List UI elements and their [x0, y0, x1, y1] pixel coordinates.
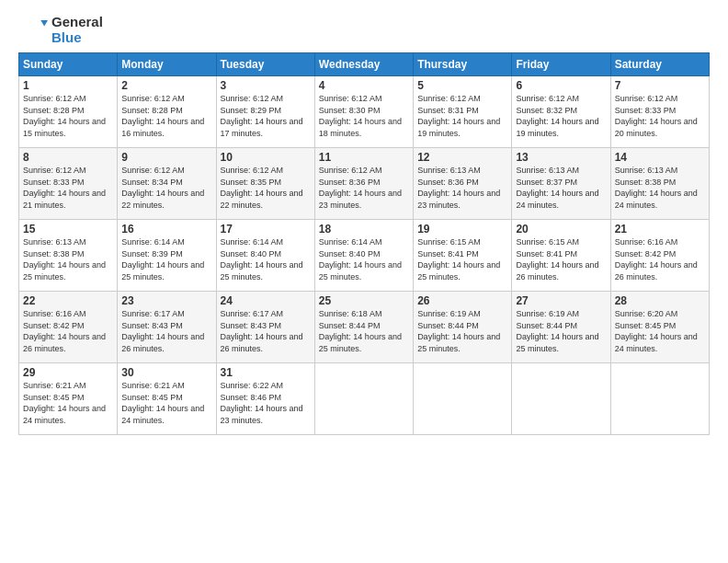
day-number: 7	[615, 79, 705, 92]
day-info: Sunrise: 6:12 AMSunset: 8:30 PMDaylight:…	[319, 93, 409, 139]
header: General Blue	[18, 15, 710, 45]
logo-svg	[18, 16, 48, 45]
day-number: 8	[23, 151, 113, 164]
day-number: 15	[23, 223, 113, 236]
day-info: Sunrise: 6:12 AMSunset: 8:33 PMDaylight:…	[23, 165, 113, 211]
day-info: Sunrise: 6:19 AMSunset: 8:44 PMDaylight:…	[516, 308, 606, 354]
calendar-cell: 7 Sunrise: 6:12 AMSunset: 8:33 PMDayligh…	[610, 76, 709, 148]
calendar-cell: 5 Sunrise: 6:12 AMSunset: 8:31 PMDayligh…	[414, 76, 512, 148]
day-number: 19	[417, 223, 507, 236]
day-number: 23	[121, 294, 211, 307]
calendar-header-tuesday: Tuesday	[216, 53, 314, 76]
day-info: Sunrise: 6:12 AMSunset: 8:31 PMDaylight:…	[417, 93, 507, 139]
day-info: Sunrise: 6:19 AMSunset: 8:44 PMDaylight:…	[417, 308, 507, 354]
calendar-cell: 28 Sunrise: 6:20 AMSunset: 8:45 PMDaylig…	[610, 292, 709, 363]
day-info: Sunrise: 6:12 AMSunset: 8:35 PMDaylight:…	[221, 165, 311, 211]
day-info: Sunrise: 6:12 AMSunset: 8:28 PMDaylight:…	[23, 93, 113, 139]
day-number: 31	[221, 366, 311, 379]
day-number: 14	[615, 151, 705, 164]
calendar-cell: 18 Sunrise: 6:14 AMSunset: 8:40 PMDaylig…	[314, 220, 413, 292]
calendar-cell: 23 Sunrise: 6:17 AMSunset: 8:43 PMDaylig…	[118, 292, 216, 363]
logo-text: General Blue	[51, 15, 103, 45]
day-number: 18	[319, 223, 409, 236]
day-number: 16	[121, 223, 211, 236]
calendar-header-wednesday: Wednesday	[314, 53, 413, 76]
day-number: 2	[121, 79, 211, 92]
calendar-cell: 20 Sunrise: 6:15 AMSunset: 8:41 PMDaylig…	[512, 220, 610, 292]
calendar-header-thursday: Thursday	[414, 53, 512, 76]
day-info: Sunrise: 6:15 AMSunset: 8:41 PMDaylight:…	[516, 236, 606, 282]
day-info: Sunrise: 6:14 AMSunset: 8:40 PMDaylight:…	[221, 236, 311, 282]
calendar-header-sunday: Sunday	[19, 53, 118, 76]
day-info: Sunrise: 6:12 AMSunset: 8:34 PMDaylight:…	[121, 165, 211, 211]
day-number: 21	[615, 223, 705, 236]
calendar-cell: 29 Sunrise: 6:21 AMSunset: 8:45 PMDaylig…	[19, 363, 118, 435]
calendar-cell: 19 Sunrise: 6:15 AMSunset: 8:41 PMDaylig…	[414, 220, 512, 292]
day-info: Sunrise: 6:14 AMSunset: 8:40 PMDaylight:…	[319, 236, 409, 282]
day-number: 9	[121, 151, 211, 164]
day-number: 26	[417, 294, 507, 307]
day-number: 10	[221, 151, 311, 164]
calendar-cell: 22 Sunrise: 6:16 AMSunset: 8:42 PMDaylig…	[19, 292, 118, 363]
day-info: Sunrise: 6:21 AMSunset: 8:45 PMDaylight:…	[121, 380, 211, 426]
day-number: 25	[319, 294, 409, 307]
day-number: 27	[516, 294, 606, 307]
day-info: Sunrise: 6:12 AMSunset: 8:36 PMDaylight:…	[319, 165, 409, 211]
day-number: 24	[221, 294, 311, 307]
svg-marker-0	[40, 20, 48, 26]
day-number: 6	[516, 79, 606, 92]
day-number: 17	[221, 223, 311, 236]
calendar-cell: 10 Sunrise: 6:12 AMSunset: 8:35 PMDaylig…	[216, 148, 314, 220]
day-number: 5	[417, 79, 507, 92]
day-info: Sunrise: 6:13 AMSunset: 8:37 PMDaylight:…	[516, 165, 606, 211]
day-number: 20	[516, 223, 606, 236]
calendar-cell	[512, 363, 610, 435]
day-info: Sunrise: 6:12 AMSunset: 8:32 PMDaylight:…	[516, 93, 606, 139]
calendar-cell	[414, 363, 512, 435]
calendar-cell: 2 Sunrise: 6:12 AMSunset: 8:28 PMDayligh…	[118, 76, 216, 148]
day-number: 1	[23, 79, 113, 92]
logo: General Blue	[18, 15, 103, 45]
day-info: Sunrise: 6:18 AMSunset: 8:44 PMDaylight:…	[319, 308, 409, 354]
day-number: 12	[417, 151, 507, 164]
day-info: Sunrise: 6:17 AMSunset: 8:43 PMDaylight:…	[121, 308, 211, 354]
calendar-cell	[610, 363, 709, 435]
day-info: Sunrise: 6:12 AMSunset: 8:33 PMDaylight:…	[615, 93, 705, 139]
calendar-header-row: SundayMondayTuesdayWednesdayThursdayFrid…	[19, 53, 710, 76]
day-info: Sunrise: 6:22 AMSunset: 8:46 PMDaylight:…	[221, 380, 311, 426]
calendar-cell: 27 Sunrise: 6:19 AMSunset: 8:44 PMDaylig…	[512, 292, 610, 363]
calendar-cell: 6 Sunrise: 6:12 AMSunset: 8:32 PMDayligh…	[512, 76, 610, 148]
calendar-week-5: 29 Sunrise: 6:21 AMSunset: 8:45 PMDaylig…	[19, 363, 710, 435]
day-info: Sunrise: 6:15 AMSunset: 8:41 PMDaylight:…	[417, 236, 507, 282]
calendar-cell: 11 Sunrise: 6:12 AMSunset: 8:36 PMDaylig…	[314, 148, 413, 220]
day-number: 4	[319, 79, 409, 92]
calendar-header-monday: Monday	[118, 53, 216, 76]
day-info: Sunrise: 6:16 AMSunset: 8:42 PMDaylight:…	[615, 236, 705, 282]
day-info: Sunrise: 6:13 AMSunset: 8:36 PMDaylight:…	[417, 165, 507, 211]
calendar-cell: 15 Sunrise: 6:13 AMSunset: 8:38 PMDaylig…	[19, 220, 118, 292]
calendar-cell: 31 Sunrise: 6:22 AMSunset: 8:46 PMDaylig…	[216, 363, 314, 435]
calendar-week-1: 1 Sunrise: 6:12 AMSunset: 8:28 PMDayligh…	[19, 76, 710, 148]
day-info: Sunrise: 6:13 AMSunset: 8:38 PMDaylight:…	[615, 165, 705, 211]
calendar-cell: 25 Sunrise: 6:18 AMSunset: 8:44 PMDaylig…	[314, 292, 413, 363]
day-number: 29	[23, 366, 113, 379]
calendar-header-friday: Friday	[512, 53, 610, 76]
calendar-week-4: 22 Sunrise: 6:16 AMSunset: 8:42 PMDaylig…	[19, 292, 710, 363]
day-number: 30	[121, 366, 211, 379]
logo-blue: Blue	[51, 30, 103, 46]
day-info: Sunrise: 6:16 AMSunset: 8:42 PMDaylight:…	[23, 308, 113, 354]
day-number: 22	[23, 294, 113, 307]
day-info: Sunrise: 6:20 AMSunset: 8:45 PMDaylight:…	[615, 308, 705, 354]
calendar-cell: 17 Sunrise: 6:14 AMSunset: 8:40 PMDaylig…	[216, 220, 314, 292]
day-number: 13	[516, 151, 606, 164]
calendar-week-3: 15 Sunrise: 6:13 AMSunset: 8:38 PMDaylig…	[19, 220, 710, 292]
calendar-cell: 21 Sunrise: 6:16 AMSunset: 8:42 PMDaylig…	[610, 220, 709, 292]
calendar-cell: 26 Sunrise: 6:19 AMSunset: 8:44 PMDaylig…	[414, 292, 512, 363]
calendar-header-saturday: Saturday	[610, 53, 709, 76]
calendar-cell: 4 Sunrise: 6:12 AMSunset: 8:30 PMDayligh…	[314, 76, 413, 148]
day-number: 3	[221, 79, 311, 92]
calendar-cell: 9 Sunrise: 6:12 AMSunset: 8:34 PMDayligh…	[118, 148, 216, 220]
day-info: Sunrise: 6:12 AMSunset: 8:28 PMDaylight:…	[121, 93, 211, 139]
calendar-cell: 8 Sunrise: 6:12 AMSunset: 8:33 PMDayligh…	[19, 148, 118, 220]
calendar-cell: 24 Sunrise: 6:17 AMSunset: 8:43 PMDaylig…	[216, 292, 314, 363]
